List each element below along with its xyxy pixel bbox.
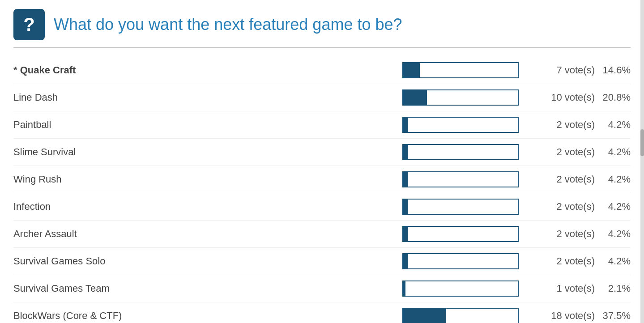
votes-percent: 14.6%	[595, 64, 631, 76]
vote-bar-fill	[403, 309, 446, 323]
poll-row: Survival Games Solo2 vote(s)4.2%	[13, 248, 631, 275]
vote-bar-fill	[403, 118, 408, 132]
game-name: Archer Assault	[13, 228, 183, 240]
vote-bar-container	[402, 117, 519, 133]
votes-percent: 4.2%	[595, 119, 631, 131]
votes-percent: 4.2%	[595, 255, 631, 267]
votes-percent: 4.2%	[595, 201, 631, 212]
votes-percent: 37.5%	[595, 310, 631, 322]
poll-row: Archer Assault2 vote(s)4.2%	[13, 221, 631, 248]
votes-percent: 4.2%	[595, 174, 631, 185]
vote-bar-container	[402, 253, 519, 269]
page-container: ? What do you want the next featured gam…	[0, 0, 644, 323]
vote-bar-container	[402, 144, 519, 160]
game-name: * Quake Craft	[13, 64, 183, 76]
poll-row: Slime Survival2 vote(s)4.2%	[13, 139, 631, 166]
votes-count: 10 vote(s)	[537, 92, 595, 103]
vote-bar-container	[402, 62, 519, 78]
poll-row: Wing Rush2 vote(s)4.2%	[13, 166, 631, 193]
poll-row: Line Dash10 vote(s)20.8%	[13, 84, 631, 111]
votes-percent: 4.2%	[595, 146, 631, 158]
vote-bar-container	[402, 199, 519, 215]
question-icon: ?	[13, 9, 45, 40]
vote-bar-container	[402, 308, 519, 323]
poll-row: Infection2 vote(s)4.2%	[13, 193, 631, 221]
votes-count: 2 vote(s)	[537, 119, 595, 131]
vote-bar-fill	[403, 200, 408, 214]
vote-bar-container	[402, 226, 519, 242]
votes-count: 2 vote(s)	[537, 174, 595, 185]
game-name: Wing Rush	[13, 174, 183, 185]
votes-count: 18 vote(s)	[537, 310, 595, 322]
poll-header: ? What do you want the next featured gam…	[13, 9, 631, 48]
vote-bar-fill	[403, 63, 420, 77]
vote-bar-fill	[403, 254, 408, 268]
vote-bar-fill	[403, 172, 408, 187]
votes-count: 2 vote(s)	[537, 201, 595, 212]
vote-bar-fill	[403, 281, 405, 296]
vote-bar-fill	[403, 90, 427, 105]
game-name: Infection	[13, 201, 183, 212]
poll-row: Paintball2 vote(s)4.2%	[13, 111, 631, 139]
game-name: Paintball	[13, 119, 183, 131]
game-name: Line Dash	[13, 92, 183, 103]
scrollbar-thumb[interactable]	[640, 129, 644, 156]
poll-row: BlockWars (Core & CTF)18 vote(s)37.5%	[13, 302, 631, 323]
vote-bar-container	[402, 280, 519, 297]
vote-bar-fill	[403, 145, 408, 159]
question-mark: ?	[23, 15, 35, 34]
poll-row: * Quake Craft7 vote(s)14.6%	[13, 57, 631, 84]
vote-bar-container	[402, 89, 519, 106]
game-name: Slime Survival	[13, 146, 183, 158]
votes-count: 2 vote(s)	[537, 255, 595, 267]
vote-bar-fill	[403, 227, 408, 241]
poll-row: Survival Games Team1 vote(s)2.1%	[13, 275, 631, 302]
vote-bar-container	[402, 171, 519, 187]
game-name: Survival Games Team	[13, 283, 183, 294]
votes-percent: 2.1%	[595, 283, 631, 294]
game-name: Survival Games Solo	[13, 255, 183, 267]
votes-count: 2 vote(s)	[537, 228, 595, 240]
votes-percent: 20.8%	[595, 92, 631, 103]
votes-count: 7 vote(s)	[537, 64, 595, 76]
votes-percent: 4.2%	[595, 228, 631, 240]
scrollbar[interactable]	[640, 0, 644, 323]
votes-count: 1 vote(s)	[537, 283, 595, 294]
poll-table: * Quake Craft7 vote(s)14.6%Line Dash10 v…	[13, 57, 631, 323]
votes-count: 2 vote(s)	[537, 146, 595, 158]
poll-title: What do you want the next featured game …	[54, 15, 402, 34]
game-name: BlockWars (Core & CTF)	[13, 310, 183, 322]
